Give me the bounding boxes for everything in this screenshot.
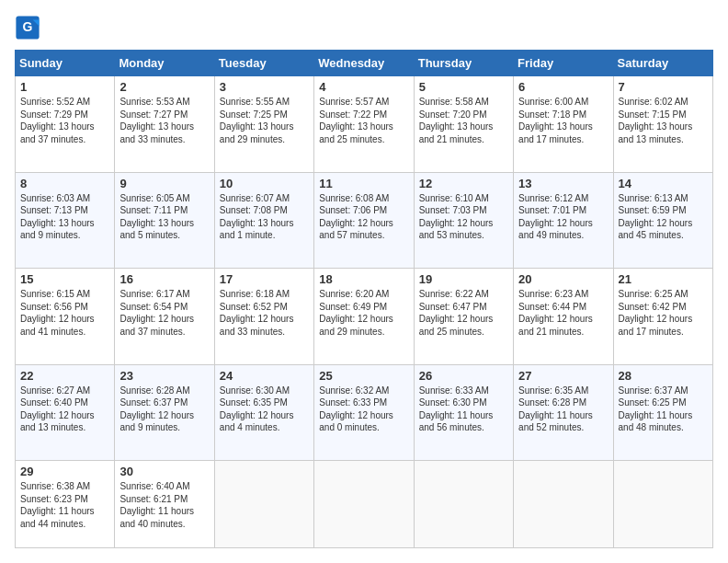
cell-details: Sunrise: 6:00 AMSunset: 7:18 PMDaylight:… (518, 96, 608, 145)
cell-details: Sunrise: 6:25 AMSunset: 6:42 PMDaylight:… (619, 288, 708, 338)
day-number: 24 (220, 369, 309, 383)
day-number: 13 (518, 177, 608, 190)
day-number: 17 (220, 272, 309, 286)
day-number: 28 (619, 369, 708, 383)
calendar-cell: 17Sunrise: 6:18 AMSunset: 6:52 PMDayligh… (214, 269, 313, 365)
calendar-page: G SundayMondayTuesdayWednesdayThursdayFr… (0, 0, 728, 563)
day-number: 1 (20, 80, 109, 94)
calendar-table: SundayMondayTuesdayWednesdayThursdayFrid… (15, 50, 713, 548)
calendar-cell (514, 461, 613, 548)
calendar-cell: 23Sunrise: 6:28 AMSunset: 6:37 PMDayligh… (115, 364, 214, 461)
cell-details: Sunrise: 6:17 AMSunset: 6:54 PMDaylight:… (119, 288, 209, 338)
day-number: 19 (419, 272, 508, 286)
cell-details: Sunrise: 6:07 AMSunset: 7:08 PMDaylight:… (220, 192, 309, 242)
day-number: 18 (319, 272, 408, 286)
cell-details: Sunrise: 6:23 AMSunset: 6:44 PMDaylight:… (518, 288, 608, 338)
day-number: 26 (419, 369, 508, 383)
day-number: 3 (220, 80, 309, 94)
calendar-cell: 13Sunrise: 6:12 AMSunset: 7:01 PMDayligh… (514, 172, 613, 269)
day-number: 16 (119, 272, 209, 286)
calendar-cell: 27Sunrise: 6:35 AMSunset: 6:28 PMDayligh… (514, 364, 613, 461)
cell-details: Sunrise: 6:08 AMSunset: 7:06 PMDaylight:… (319, 192, 408, 242)
day-number: 4 (319, 80, 408, 94)
calendar-cell: 5Sunrise: 5:58 AMSunset: 7:20 PMDaylight… (414, 76, 513, 173)
calendar-cell: 18Sunrise: 6:20 AMSunset: 6:49 PMDayligh… (314, 269, 414, 365)
logo: G (15, 15, 44, 40)
cell-details: Sunrise: 6:38 AMSunset: 6:23 PMDaylight:… (20, 480, 109, 530)
cell-details: Sunrise: 6:18 AMSunset: 6:52 PMDaylight:… (220, 288, 309, 338)
day-number: 25 (319, 369, 408, 383)
calendar-cell (314, 461, 414, 548)
weekday-header-row: SundayMondayTuesdayWednesdayThursdayFrid… (16, 51, 713, 76)
weekday-thursday: Thursday (414, 51, 513, 76)
cell-details: Sunrise: 6:40 AMSunset: 6:21 PMDaylight:… (119, 480, 209, 530)
day-number: 14 (619, 177, 708, 190)
day-number: 27 (518, 369, 608, 383)
cell-details: Sunrise: 6:02 AMSunset: 7:15 PMDaylight:… (619, 96, 708, 145)
weekday-wednesday: Wednesday (314, 51, 414, 76)
cell-details: Sunrise: 6:33 AMSunset: 6:30 PMDaylight:… (419, 385, 508, 434)
calendar-row-1: 8Sunrise: 6:03 AMSunset: 7:13 PMDaylight… (16, 172, 713, 269)
cell-details: Sunrise: 6:28 AMSunset: 6:37 PMDaylight:… (119, 385, 209, 434)
cell-details: Sunrise: 6:35 AMSunset: 6:28 PMDaylight:… (518, 385, 608, 434)
calendar-cell: 7Sunrise: 6:02 AMSunset: 7:15 PMDaylight… (613, 76, 712, 173)
calendar-cell: 30Sunrise: 6:40 AMSunset: 6:21 PMDayligh… (115, 461, 214, 548)
calendar-cell: 24Sunrise: 6:30 AMSunset: 6:35 PMDayligh… (214, 364, 313, 461)
day-number: 5 (419, 80, 508, 94)
calendar-cell: 29Sunrise: 6:38 AMSunset: 6:23 PMDayligh… (16, 461, 115, 548)
calendar-cell: 12Sunrise: 6:10 AMSunset: 7:03 PMDayligh… (414, 172, 513, 269)
calendar-row-0: 1Sunrise: 5:52 AMSunset: 7:29 PMDaylight… (16, 76, 713, 173)
weekday-saturday: Saturday (613, 51, 712, 76)
svg-text:G: G (23, 19, 33, 34)
calendar-cell: 14Sunrise: 6:13 AMSunset: 6:59 PMDayligh… (613, 172, 712, 269)
cell-details: Sunrise: 5:58 AMSunset: 7:20 PMDaylight:… (419, 96, 508, 145)
cell-details: Sunrise: 5:55 AMSunset: 7:25 PMDaylight:… (220, 96, 309, 145)
day-number: 20 (518, 272, 608, 286)
page-header: G (15, 15, 713, 40)
day-number: 9 (119, 177, 209, 190)
calendar-cell: 10Sunrise: 6:07 AMSunset: 7:08 PMDayligh… (214, 172, 313, 269)
cell-details: Sunrise: 5:53 AMSunset: 7:27 PMDaylight:… (119, 96, 209, 145)
cell-details: Sunrise: 6:10 AMSunset: 7:03 PMDaylight:… (419, 192, 508, 242)
calendar-cell: 6Sunrise: 6:00 AMSunset: 7:18 PMDaylight… (514, 76, 613, 173)
calendar-row-2: 15Sunrise: 6:15 AMSunset: 6:56 PMDayligh… (16, 269, 713, 365)
calendar-cell: 15Sunrise: 6:15 AMSunset: 6:56 PMDayligh… (16, 269, 115, 365)
calendar-cell: 20Sunrise: 6:23 AMSunset: 6:44 PMDayligh… (514, 269, 613, 365)
calendar-cell: 8Sunrise: 6:03 AMSunset: 7:13 PMDaylight… (16, 172, 115, 269)
calendar-cell: 21Sunrise: 6:25 AMSunset: 6:42 PMDayligh… (613, 269, 712, 365)
calendar-cell: 3Sunrise: 5:55 AMSunset: 7:25 PMDaylight… (214, 76, 313, 173)
calendar-cell: 26Sunrise: 6:33 AMSunset: 6:30 PMDayligh… (414, 364, 513, 461)
calendar-cell: 2Sunrise: 5:53 AMSunset: 7:27 PMDaylight… (115, 76, 214, 173)
calendar-cell: 19Sunrise: 6:22 AMSunset: 6:47 PMDayligh… (414, 269, 513, 365)
calendar-cell (613, 461, 712, 548)
cell-details: Sunrise: 5:57 AMSunset: 7:22 PMDaylight:… (319, 96, 408, 145)
cell-details: Sunrise: 6:12 AMSunset: 7:01 PMDaylight:… (518, 192, 608, 242)
calendar-cell (214, 461, 313, 548)
cell-details: Sunrise: 6:37 AMSunset: 6:25 PMDaylight:… (619, 385, 708, 434)
day-number: 23 (119, 369, 209, 383)
cell-details: Sunrise: 6:03 AMSunset: 7:13 PMDaylight:… (20, 192, 109, 242)
cell-details: Sunrise: 6:22 AMSunset: 6:47 PMDaylight:… (419, 288, 508, 338)
day-number: 8 (20, 177, 109, 190)
cell-details: Sunrise: 6:30 AMSunset: 6:35 PMDaylight:… (220, 385, 309, 434)
day-number: 21 (619, 272, 708, 286)
day-number: 29 (20, 465, 109, 478)
calendar-cell: 1Sunrise: 5:52 AMSunset: 7:29 PMDaylight… (16, 76, 115, 173)
calendar-cell: 28Sunrise: 6:37 AMSunset: 6:25 PMDayligh… (613, 364, 712, 461)
cell-details: Sunrise: 6:05 AMSunset: 7:11 PMDaylight:… (119, 192, 209, 242)
day-number: 30 (119, 465, 209, 478)
calendar-row-4: 29Sunrise: 6:38 AMSunset: 6:23 PMDayligh… (16, 461, 713, 548)
calendar-cell: 9Sunrise: 6:05 AMSunset: 7:11 PMDaylight… (115, 172, 214, 269)
cell-details: Sunrise: 6:27 AMSunset: 6:40 PMDaylight:… (20, 385, 109, 434)
weekday-tuesday: Tuesday (214, 51, 313, 76)
cell-details: Sunrise: 6:32 AMSunset: 6:33 PMDaylight:… (319, 385, 408, 434)
weekday-friday: Friday (514, 51, 613, 76)
cell-details: Sunrise: 6:13 AMSunset: 6:59 PMDaylight:… (619, 192, 708, 242)
calendar-cell: 4Sunrise: 5:57 AMSunset: 7:22 PMDaylight… (314, 76, 414, 173)
calendar-row-3: 22Sunrise: 6:27 AMSunset: 6:40 PMDayligh… (16, 364, 713, 461)
cell-details: Sunrise: 6:20 AMSunset: 6:49 PMDaylight:… (319, 288, 408, 338)
calendar-cell: 11Sunrise: 6:08 AMSunset: 7:06 PMDayligh… (314, 172, 414, 269)
weekday-monday: Monday (115, 51, 214, 76)
day-number: 15 (20, 272, 109, 286)
logo-icon: G (15, 15, 40, 40)
